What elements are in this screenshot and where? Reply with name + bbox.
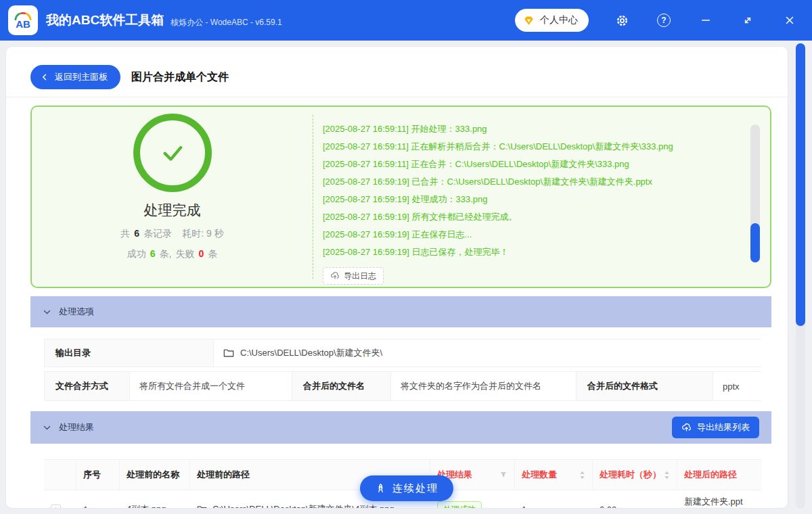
sort-icon[interactable] bbox=[664, 470, 670, 480]
page-header: 返回到主面板 图片合并成单个文件 bbox=[30, 65, 229, 89]
back-button-label: 返回到主面板 bbox=[55, 71, 108, 83]
resize-button[interactable] bbox=[739, 11, 757, 29]
export-log-label: 导出日志 bbox=[344, 271, 376, 282]
fail-count: 0 bbox=[198, 248, 204, 259]
continue-button-label: 连续处理 bbox=[392, 482, 438, 495]
expand-row-button[interactable]: + bbox=[51, 505, 61, 509]
log-line: [2025-08-27 16:59:19] 正在保存日志... bbox=[323, 226, 738, 243]
column-output-path: 处理后的路径 bbox=[677, 460, 761, 490]
main-panel: 返回到主面板 图片合并成单个文件 处理完成 共6条记录耗时: 9 秒 成功6条,… bbox=[5, 46, 788, 509]
vip-gem-icon bbox=[522, 14, 535, 27]
chevron-down-icon bbox=[43, 308, 51, 317]
log-line: [2025-08-27 16:59:11] 正在解析并稍后合并：C:\Users… bbox=[323, 138, 738, 156]
column-source-name: 处理前的名称 bbox=[120, 460, 190, 490]
row-elapsed: 0.03 bbox=[593, 490, 677, 509]
check-icon bbox=[155, 135, 190, 170]
log-line: [2025-08-27 16:59:11] 正在合并：C:\Users\DELL… bbox=[323, 156, 738, 173]
logo-text: AB bbox=[16, 18, 30, 30]
merged-format-value[interactable]: pptx bbox=[713, 372, 762, 400]
log-line: [2025-08-27 16:59:11] 开始处理：333.png bbox=[323, 120, 738, 138]
column-elapsed: 处理耗时（秒） bbox=[593, 460, 677, 490]
total-label: 共 bbox=[120, 228, 130, 239]
help-icon: ? bbox=[657, 14, 671, 27]
folder-icon bbox=[197, 505, 207, 509]
chevron-down-icon bbox=[43, 423, 51, 432]
app-title: 我的ABC软件工具箱 bbox=[46, 11, 164, 29]
close-icon bbox=[784, 14, 796, 26]
close-button[interactable] bbox=[781, 11, 798, 29]
summary-column: 处理完成 共6条记录耗时: 9 秒 成功6条,失败0条 bbox=[32, 107, 313, 287]
results-header-label: 处理结果 bbox=[59, 421, 94, 434]
upload-cloud-icon bbox=[330, 271, 340, 281]
success-label: 成功 bbox=[127, 248, 146, 259]
title-bar: AB 我的ABC软件工具箱 核烁办公 - WodeABC - v6.59.1 个… bbox=[0, 0, 812, 41]
success-count: 6 bbox=[150, 248, 156, 259]
merged-name-value[interactable]: 将文件夹的名字作为合并后的文件名 bbox=[391, 372, 577, 400]
column-count-label: 处理数量 bbox=[522, 469, 557, 481]
summary-totals: 共6条记录耗时: 9 秒 bbox=[118, 228, 225, 240]
export-results-button[interactable]: 导出结果列表 bbox=[672, 417, 759, 438]
success-circle bbox=[133, 114, 212, 192]
folder-icon bbox=[223, 348, 234, 358]
merged-format-label: 合并后的文件格式 bbox=[577, 372, 713, 400]
upload-cloud-icon bbox=[681, 423, 692, 433]
output-dir-value[interactable]: C:\Users\DELL\Desktop\新建文件夹\ bbox=[214, 340, 762, 367]
result-summary-panel: 处理完成 共6条记录耗时: 9 秒 成功6条,失败0条 [2025-08-27 … bbox=[30, 106, 771, 288]
log-line: [2025-08-27 16:59:19] 已合并：C:\Users\DELL\… bbox=[323, 173, 738, 191]
row-count: 1 bbox=[515, 490, 593, 509]
log-panel: [2025-08-27 16:59:11] 开始处理：333.png [2025… bbox=[313, 107, 770, 287]
page-scrollbar[interactable] bbox=[796, 43, 805, 509]
status-badge: 处理成功 bbox=[437, 501, 482, 509]
continue-processing-button[interactable]: 连续处理 bbox=[360, 475, 453, 501]
page-title: 图片合并成单个文件 bbox=[131, 70, 229, 85]
summary-outcome: 成功6条,失败0条 bbox=[125, 248, 219, 260]
minimize-button[interactable] bbox=[697, 11, 715, 29]
output-dir-path: C:\Users\DELL\Desktop\新建文件夹\ bbox=[240, 347, 382, 359]
page-scrollbar-thumb[interactable] bbox=[796, 43, 805, 326]
user-center-label: 个人中心 bbox=[540, 14, 578, 26]
back-chevron-icon bbox=[41, 73, 49, 81]
options-table: 输出目录 C:\Users\DELL\Desktop\新建文件夹\ 文件合并方式… bbox=[44, 339, 761, 401]
column-index: 序号 bbox=[76, 460, 120, 490]
back-to-dashboard-button[interactable]: 返回到主面板 bbox=[30, 65, 120, 89]
sort-icon[interactable] bbox=[579, 470, 585, 480]
row-output-path: 新建文件夹.ppt bbox=[677, 490, 761, 509]
row-source-name: 4副本.png bbox=[120, 490, 190, 509]
section-header-options[interactable]: 处理选项 bbox=[30, 296, 771, 327]
column-expander bbox=[44, 460, 76, 490]
options-header-label: 处理选项 bbox=[59, 306, 94, 318]
log-line: [2025-08-27 16:59:19] 处理成功：333.png bbox=[323, 191, 738, 208]
minimize-icon bbox=[700, 14, 712, 26]
fail-label: 失败 bbox=[175, 248, 194, 259]
export-log-button[interactable]: 导出日志 bbox=[323, 267, 384, 285]
help-button[interactable]: ? bbox=[655, 11, 673, 29]
rocket-icon bbox=[375, 483, 386, 494]
export-results-label: 导出结果列表 bbox=[697, 421, 750, 434]
help-glyph: ? bbox=[661, 16, 666, 25]
merge-mode-label: 文件合并方式 bbox=[45, 372, 130, 400]
filter-icon[interactable] bbox=[499, 471, 508, 479]
column-elapsed-label: 处理耗时（秒） bbox=[600, 469, 661, 481]
row-source-path-text: C:\Users\DELL\Desktop\新建文件夹\4副本.png bbox=[212, 503, 394, 509]
fail-unit: 条 bbox=[208, 248, 217, 259]
output-dir-label: 输出目录 bbox=[45, 340, 214, 367]
settings-button[interactable] bbox=[613, 11, 631, 29]
row-expander-cell: + bbox=[44, 490, 76, 509]
gear-icon bbox=[615, 14, 629, 28]
resize-icon bbox=[742, 14, 754, 26]
success-unit: 条, bbox=[160, 248, 172, 259]
user-center-button[interactable]: 个人中心 bbox=[515, 9, 589, 32]
total-unit: 条记录 bbox=[143, 228, 172, 239]
titlebar-actions: 个人中心 ? bbox=[515, 9, 798, 32]
status-title: 处理完成 bbox=[144, 201, 201, 220]
log-scrollbar-thumb[interactable] bbox=[750, 223, 760, 262]
log-line: [2025-08-27 16:59:19] 日志已保存，处理完毕！ bbox=[323, 243, 738, 261]
column-count: 处理数量 bbox=[515, 460, 593, 490]
merge-mode-value[interactable]: 将所有文件合并成一个文件 bbox=[130, 372, 292, 400]
merged-name-label: 合并后的文件名 bbox=[292, 372, 391, 400]
app-window: AB 我的ABC软件工具箱 核烁办公 - WodeABC - v6.59.1 个… bbox=[0, 0, 812, 514]
section-header-results[interactable]: 处理结果 导出结果列表 bbox=[30, 411, 771, 444]
app-logo: AB bbox=[8, 5, 38, 35]
log-scrollbar[interactable] bbox=[750, 124, 760, 262]
elapsed-text: 耗时: 9 秒 bbox=[182, 228, 223, 239]
